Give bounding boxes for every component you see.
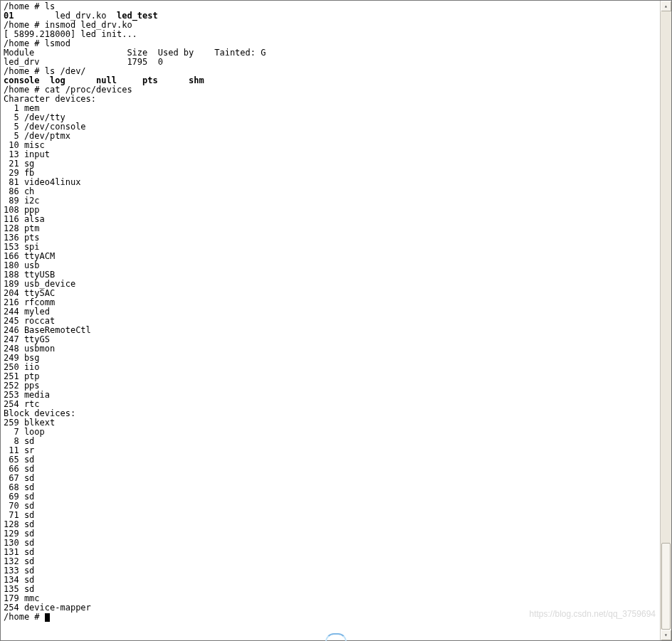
terminal-text: 216 rfcomm (4, 297, 55, 307)
terminal-line: 246 BaseRemoteCtl (4, 326, 657, 335)
terminal-text: led_drv.ko (14, 11, 117, 21)
terminal-text: led_drv 1795 0 (4, 57, 163, 67)
terminal-line: 13 input (4, 150, 657, 159)
terminal-text: 70 sd (4, 501, 34, 511)
terminal-text: /home # cat /proc/devices (4, 85, 132, 95)
terminal-line: 1 mem (4, 104, 657, 113)
scrollbar-track[interactable] (661, 11, 671, 630)
terminal-text: 11 sr (4, 445, 34, 455)
terminal-text: 129 sd (4, 529, 34, 539)
terminal-text: 1 mem (4, 103, 40, 113)
terminal-line: 247 ttyGS (4, 335, 657, 344)
terminal-line: 130 sd (4, 539, 657, 548)
terminal-line: 132 sd (4, 557, 657, 566)
terminal-text: 245 roccat (4, 316, 55, 326)
terminal-line: 71 sd (4, 511, 657, 520)
terminal-line: 248 usbmon (4, 344, 657, 354)
terminal-text: 69 sd (4, 492, 34, 502)
terminal-text: 21 sg (4, 159, 34, 169)
terminal-line: 128 sd (4, 520, 657, 529)
terminal-line: 29 fb (4, 169, 657, 178)
terminal-text: 251 ptp (4, 371, 40, 381)
terminal-text: 134 sd (4, 575, 34, 585)
terminal-line: 136 pts (4, 233, 657, 243)
terminal-line: 252 pps (4, 381, 657, 391)
terminal-line: 21 sg (4, 159, 657, 169)
terminal-line: 5 /dev/tty (4, 113, 657, 122)
terminal-text: 153 spi (4, 242, 40, 252)
terminal-text: 10 misc (4, 140, 45, 150)
terminal-line: 251 ptp (4, 372, 657, 381)
terminal-text: 248 usbmon (4, 344, 55, 354)
terminal-text: /home # ls /dev/ (4, 66, 86, 76)
terminal-line: 166 ttyACM (4, 252, 657, 261)
terminal-text: 128 ptm (4, 223, 40, 233)
terminal-text: 116 alsa (4, 214, 45, 224)
terminal-line: 89 i2c (4, 196, 657, 206)
terminal-line: 65 sd (4, 455, 657, 465)
terminal-text: 249 bsg (4, 353, 40, 363)
scrollbar-thumb[interactable] (661, 543, 671, 630)
terminal-line: 66 sd (4, 465, 657, 474)
terminal-line: 81 video4linux (4, 178, 657, 187)
terminal-text: 68 sd (4, 482, 34, 492)
terminal-text: 259 blkext (4, 418, 55, 428)
terminal-line: 259 blkext (4, 418, 657, 428)
terminal-line: 134 sd (4, 576, 657, 585)
terminal-text: 189 usb_device (4, 279, 75, 289)
terminal-body[interactable]: /home # ls01 led_drv.ko led_test/home # … (1, 1, 660, 640)
terminal-line: 86 ch (4, 187, 657, 196)
scroll-up-button[interactable]: ▴ (661, 1, 671, 11)
terminal-text: 204 ttySAC (4, 288, 55, 298)
terminal-line: 129 sd (4, 529, 657, 539)
terminal-line: 254 device-mapper (4, 603, 657, 613)
terminal-cursor (45, 613, 50, 622)
terminal-line: 179 mmc (4, 594, 657, 603)
terminal-text: 135 sd (4, 584, 34, 594)
terminal-text: 7 loop (4, 427, 45, 437)
terminal-line: 253 media (4, 391, 657, 400)
terminal-line: Character devices: (4, 95, 657, 104)
terminal-line: 7 loop (4, 428, 657, 437)
terminal-prompt: /home # (4, 612, 45, 622)
terminal-line: 153 spi (4, 243, 657, 252)
terminal-text: 130 sd (4, 538, 34, 548)
terminal-text: 250 iio (4, 362, 40, 372)
terminal-line: 254 rtc (4, 400, 657, 409)
terminal-text: 131 sd (4, 547, 34, 557)
terminal-line: 131 sd (4, 548, 657, 557)
terminal-text: 132 sd (4, 556, 34, 566)
terminal-text: 188 ttyUSB (4, 270, 55, 280)
terminal-text: Character devices: (4, 94, 96, 104)
terminal-text: 01 (4, 11, 14, 21)
terminal-line: 135 sd (4, 585, 657, 594)
terminal-line: 188 ttyUSB (4, 270, 657, 280)
terminal-text: 5 /dev/tty (4, 112, 65, 122)
terminal-line: 5 /dev/console (4, 122, 657, 132)
terminal-line: 249 bsg (4, 354, 657, 363)
terminal-line: 116 alsa (4, 215, 657, 224)
scroll-down-button[interactable]: ▾ (661, 630, 671, 640)
terminal-line: 128 ptm (4, 224, 657, 233)
terminal-text: 166 ttyACM (4, 251, 55, 261)
terminal-line: 245 roccat (4, 317, 657, 326)
terminal-text: 13 input (4, 149, 50, 159)
terminal-text: 66 sd (4, 464, 34, 474)
terminal-text: 254 device-mapper (4, 603, 91, 613)
terminal-text: /home # insmod led_drv.ko (4, 20, 132, 30)
terminal-line: 5 /dev/ptmx (4, 132, 657, 141)
terminal-text: 179 mmc (4, 593, 40, 603)
terminal-text: 65 sd (4, 455, 34, 465)
terminal-text: 136 pts (4, 233, 40, 243)
terminal-window: /home # ls01 led_drv.ko led_test/home # … (0, 0, 672, 641)
terminal-line: 189 usb_device (4, 280, 657, 289)
terminal-prompt-line: /home # (4, 613, 657, 622)
terminal-text: 253 media (4, 390, 50, 400)
terminal-line: /home # cat /proc/devices (4, 85, 657, 95)
terminal-text: Module Size Used by Tainted: G (4, 48, 266, 58)
terminal-line: 133 sd (4, 566, 657, 576)
terminal-text: /home # ls (4, 1, 55, 11)
terminal-text: [ 5899.218000] led init... (4, 29, 137, 39)
terminal-text: 5 /dev/console (4, 122, 86, 132)
terminal-text: Block devices: (4, 408, 75, 418)
